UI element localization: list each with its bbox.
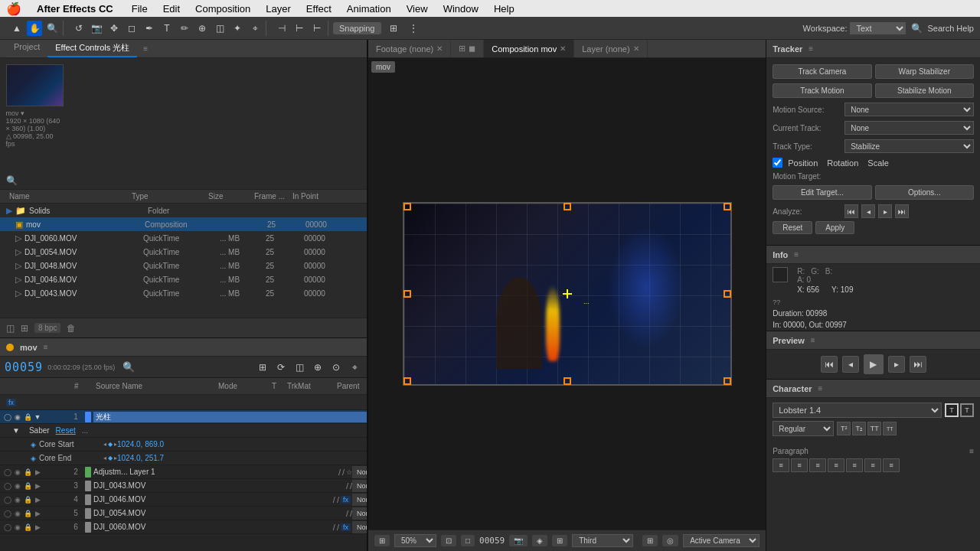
- menu-edit[interactable]: Edit: [157, 2, 186, 16]
- hand-tool[interactable]: ✋: [27, 21, 42, 36]
- position-checkbox[interactable]: [773, 158, 782, 168]
- tracker-menu[interactable]: ≡: [808, 44, 813, 53]
- add-kf-btn-2[interactable]: ◆: [108, 455, 113, 461]
- track-camera-btn[interactable]: Track Camera: [773, 64, 871, 79]
- layer-6-solo[interactable]: ◯: [3, 523, 12, 532]
- menu-view[interactable]: View: [400, 2, 434, 16]
- view-select[interactable]: Active Camera Top Left: [683, 534, 760, 547]
- reset-btn[interactable]: Reset: [773, 221, 812, 234]
- snap-grid-icon[interactable]: ⋮: [406, 21, 421, 36]
- character-menu[interactable]: ≡: [818, 384, 823, 393]
- list-item[interactable]: ▷ DJI_0060.MOV QuickTime ... MB 25 00000: [0, 231, 367, 245]
- apple-menu[interactable]: 🍎: [6, 2, 21, 16]
- layer-4-collapse[interactable]: ▶: [33, 495, 42, 504]
- core-end-value[interactable]: 1024.0, 251.7: [117, 454, 164, 462]
- timeline-tool-5[interactable]: ⊙: [328, 360, 344, 375]
- prev-kf-btn[interactable]: ◂: [103, 441, 106, 448]
- clone-tool[interactable]: ⊕: [194, 21, 210, 36]
- justify-left-btn[interactable]: ≡: [828, 458, 844, 472]
- menu-help[interactable]: Help: [488, 2, 521, 16]
- layer-4-visible[interactable]: ◉: [13, 495, 22, 504]
- layer-visible-icon[interactable]: ◉: [13, 412, 22, 422]
- justify-right-btn[interactable]: ≡: [864, 458, 881, 472]
- tab-composition[interactable]: Composition mov ✕: [484, 40, 574, 57]
- char-stroke-icon[interactable]: T: [960, 403, 974, 417]
- puppet-tool[interactable]: ✦: [230, 21, 245, 36]
- layer-2-lock[interactable]: 🔒: [23, 468, 32, 477]
- tab-footage[interactable]: Footage (none) ✕: [368, 40, 451, 57]
- align-right[interactable]: ⊢: [309, 21, 325, 36]
- font-select[interactable]: Lobster 1.4: [773, 403, 942, 418]
- layer-row-4[interactable]: ◯ ◉ 🔒 ▶ 4 DJI_0046.MOV / / fx: [0, 493, 367, 507]
- rotate-tool[interactable]: ↺: [71, 21, 87, 36]
- layer-6-visible[interactable]: ◉: [13, 523, 22, 532]
- analyze-prev-btn[interactable]: ◂: [861, 204, 875, 218]
- menu-animation[interactable]: Animation: [341, 2, 397, 16]
- align-left-btn[interactable]: ≡: [773, 458, 789, 472]
- type-tool[interactable]: T: [159, 21, 175, 36]
- layer-6-collapse[interactable]: ▶: [33, 523, 42, 532]
- core-start-value[interactable]: 1024.0, 869.0: [117, 440, 164, 448]
- preview-prev-btn[interactable]: ◂: [842, 356, 859, 373]
- new-folder-btn[interactable]: ◫: [6, 323, 15, 334]
- prev-kf-btn-2[interactable]: ◂: [103, 455, 106, 461]
- style-select[interactable]: Regular Bold Italic: [773, 421, 834, 436]
- layer-1-name[interactable]: 光柱: [93, 412, 367, 422]
- layer-5-solo[interactable]: ◯: [3, 509, 12, 518]
- delete-btn[interactable]: 🗑: [67, 323, 76, 334]
- viewer-opengl-btn[interactable]: ◎: [662, 535, 678, 546]
- menu-composition[interactable]: Composition: [189, 2, 256, 16]
- saber-reset-btn[interactable]: Reset: [56, 426, 76, 435]
- viewer-grid-btn[interactable]: ⊞: [552, 535, 567, 546]
- timeline-tool-2[interactable]: ⟳: [273, 360, 289, 375]
- align-center[interactable]: ⊢: [292, 21, 307, 36]
- layer-3-name[interactable]: DJI_0043.MOV: [93, 481, 343, 490]
- menu-file[interactable]: File: [126, 2, 154, 16]
- list-item[interactable]: ▣ mov Composition 25 00000: [0, 217, 367, 231]
- layer-4-mode[interactable]: Normal: [352, 494, 367, 506]
- layer-3-solo[interactable]: ◯: [3, 481, 12, 491]
- tab-effect-controls[interactable]: Effect Controls 光柱: [47, 40, 137, 57]
- add-kf-btn[interactable]: ◆: [108, 441, 113, 448]
- pan-tool[interactable]: ✥: [106, 21, 122, 36]
- comp-tab-close[interactable]: ✕: [560, 44, 566, 53]
- timeline-tool-6[interactable]: ⌖: [347, 360, 362, 375]
- snapping-icon[interactable]: ⊞: [386, 21, 401, 36]
- list-item[interactable]: ▶ 📁 Solids Folder: [0, 204, 367, 217]
- layer-row-5[interactable]: ◯ ◉ 🔒 ▶ 5 DJI_0054.MOV / / Normal: [0, 507, 367, 520]
- preview-last-btn[interactable]: ⏭: [910, 356, 926, 373]
- search-help-icon[interactable]: 🔍: [909, 21, 924, 36]
- camera-select[interactable]: Third Active Camera Front: [572, 534, 633, 547]
- new-comp-btn[interactable]: ⊞: [21, 323, 28, 334]
- list-item[interactable]: ▷ DJI_0048.MOV QuickTime ... MB 25 00000: [0, 259, 367, 272]
- viewer-fit-btn[interactable]: ⊡: [441, 535, 456, 546]
- viewer-aspect-btn[interactable]: □: [461, 535, 475, 546]
- menu-window[interactable]: Window: [437, 2, 485, 16]
- brush-tool[interactable]: ✏: [177, 21, 192, 36]
- zoom-select[interactable]: 50% 100% 25%: [394, 534, 436, 547]
- layer-5-name[interactable]: DJI_0054.MOV: [93, 509, 343, 517]
- layer-4-name[interactable]: DJI_0046.MOV: [93, 495, 330, 504]
- warp-stabilizer-btn[interactable]: Warp Stabilizer: [875, 64, 974, 79]
- layer-4-lock[interactable]: 🔒: [23, 495, 32, 504]
- layer-5-lock[interactable]: 🔒: [23, 509, 32, 518]
- justify-all-btn[interactable]: ≡: [883, 458, 900, 472]
- layer-2-visible[interactable]: ◉: [13, 468, 22, 477]
- align-left[interactable]: ⊣: [274, 21, 289, 36]
- list-item[interactable]: ▷ DJI_0046.MOV QuickTime ... MB 25 00000: [0, 272, 367, 286]
- timeline-tool-1[interactable]: ⊞: [255, 360, 270, 375]
- viewer-camera-icon[interactable]: 📷: [509, 535, 528, 546]
- justify-center-btn[interactable]: ≡: [846, 458, 863, 472]
- pin-tool[interactable]: ⌖: [247, 21, 263, 36]
- saber-expand-icon[interactable]: ▼: [12, 426, 20, 435]
- layer-lock-icon[interactable]: 🔒: [23, 412, 32, 422]
- list-item[interactable]: ▷ DJI_0054.MOV QuickTime ... MB 25 00000: [0, 245, 367, 259]
- footage-tab-close[interactable]: ✕: [436, 44, 443, 53]
- corner-handle-bl[interactable]: [403, 377, 411, 385]
- analyze-next-btn[interactable]: ▸: [878, 204, 892, 218]
- align-center-btn[interactable]: ≡: [791, 458, 808, 472]
- preview-menu[interactable]: ≡: [811, 336, 815, 344]
- char-fill-icon[interactable]: T: [945, 403, 959, 417]
- tab-layer[interactable]: Layer (none) ✕: [574, 40, 647, 57]
- options-btn[interactable]: Options...: [875, 185, 974, 200]
